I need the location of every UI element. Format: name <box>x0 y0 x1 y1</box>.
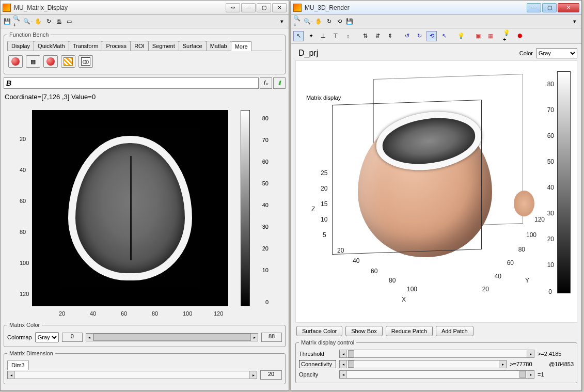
nav-icon[interactable]: ↖ <box>439 31 449 41</box>
tab-more[interactable]: More <box>231 41 252 51</box>
y-tick: 80 <box>518 246 525 253</box>
titlebar-left[interactable]: MU_Matrix_Display ⇔ — ▢ ✕ <box>1 1 289 15</box>
sphere-button[interactable] <box>8 55 23 68</box>
plot-3d[interactable]: Matrix display 25 20 15 10 5 Z 20 40 60 … <box>295 60 577 323</box>
matrix-dimension-legend: Matrix Dimension <box>7 350 55 356</box>
tab-segment[interactable]: Segment <box>148 41 179 51</box>
save-icon[interactable]: 💾 <box>3 17 12 26</box>
film-reel-icon <box>81 57 90 66</box>
opacity-scrollbar[interactable]: ◂ ▸ <box>339 370 534 379</box>
axis-tool-icon[interactable]: ⊥ <box>318 31 328 41</box>
maximize-button[interactable]: ▢ <box>542 3 557 12</box>
reel-button[interactable] <box>78 55 93 68</box>
slice-image[interactable] <box>32 110 228 306</box>
y-tick: 20 <box>482 286 489 293</box>
cb3-tick: 10 <box>547 261 554 269</box>
pan-icon[interactable]: ✋ <box>34 17 43 26</box>
undock-button[interactable]: ⇔ <box>226 3 240 12</box>
menu-arrow-icon[interactable]: ▾ <box>570 17 579 26</box>
titlebar-right[interactable]: MU_3D_Render — ▢ ✕ <box>291 1 581 15</box>
menu-arrow-icon[interactable]: ▾ <box>277 17 287 26</box>
zoom-out-icon[interactable]: 🔍- <box>23 17 33 26</box>
scroll-right-icon[interactable]: ▸ <box>499 360 506 368</box>
download-button[interactable]: ⬇ <box>273 77 286 89</box>
connectivity-label[interactable]: Connectivity <box>299 360 336 368</box>
dimension-scrollbar[interactable]: ◂ ▸ <box>7 371 257 379</box>
tab-transform[interactable]: Transform <box>69 41 103 51</box>
slice-plot[interactable]: 20 40 60 80 100 120 80 70 60 50 40 30 20… <box>7 105 271 322</box>
add-patch-button[interactable]: Add Patch <box>436 326 473 336</box>
scroll-left-icon[interactable]: ◂ <box>340 360 347 368</box>
dim3-tab[interactable]: Dim3 <box>7 360 29 370</box>
color-range-scrollbar[interactable]: ◂ ▸ <box>86 333 258 341</box>
reset-view-icon[interactable]: ⟲ <box>335 17 344 26</box>
zoom-in-icon[interactable]: 🔍+ <box>13 17 22 26</box>
stripes-button[interactable] <box>61 55 75 68</box>
sphere-target-button[interactable] <box>43 55 58 68</box>
formula-input[interactable] <box>4 77 259 89</box>
rotate-icon[interactable]: ↻ <box>44 17 53 26</box>
print-icon[interactable]: 🖶 <box>54 17 64 26</box>
tab-process[interactable]: Process <box>102 41 131 51</box>
cb3-tick: 0 <box>548 288 552 295</box>
tab-surface[interactable]: Surface <box>179 41 207 51</box>
y-axis-label: Y <box>525 277 529 284</box>
rotate-cw-icon[interactable]: ↻ <box>414 31 424 41</box>
scroll-right-icon[interactable]: ▸ <box>250 334 258 341</box>
scroll-left-icon[interactable]: ◂ <box>8 371 15 379</box>
tab-roi[interactable]: ROI <box>130 41 149 51</box>
cb3-tick: 40 <box>547 184 554 191</box>
y-tick: 20 <box>20 136 26 142</box>
scroll-right-icon[interactable]: ▸ <box>249 371 257 379</box>
screenshot-icon[interactable]: ▣ <box>473 31 483 41</box>
color-select[interactable]: Gray <box>536 48 577 58</box>
colormap-select[interactable]: Gray <box>35 332 59 342</box>
maximize-button[interactable]: ▢ <box>257 3 271 12</box>
minimize-button[interactable]: — <box>241 3 256 12</box>
scroll-left-icon[interactable]: ◂ <box>340 350 347 357</box>
scroll-right-icon[interactable]: ▸ <box>527 350 534 357</box>
reduce-patch-button[interactable]: Reduce Patch <box>386 326 433 336</box>
rotate-box-icon[interactable]: ⟲ <box>427 31 437 41</box>
close-button[interactable]: ✕ <box>272 3 287 12</box>
threshold-scrollbar[interactable]: ◂ ▸ <box>339 350 534 358</box>
fx-button[interactable]: fₓ <box>260 77 272 89</box>
axis3-tool-icon[interactable]: ↕ <box>343 31 353 41</box>
color-min-field[interactable]: 0 <box>62 333 83 342</box>
bulb-icon[interactable]: 💡 <box>456 31 466 41</box>
add-light-icon[interactable]: 💡+ <box>502 31 513 41</box>
copy-icon[interactable]: ▦ <box>485 31 496 41</box>
surface-color-button[interactable]: Surface Color <box>296 326 342 336</box>
render-3d-window: MU_3D_Render — ▢ ✕ 🔍+ 🔍- ✋ ↻ ⟲ 💾 ▾ ↖ ✦ ⊥… <box>291 0 582 391</box>
scroll-right-icon[interactable]: ▸ <box>527 371 534 378</box>
rotate-ccw-icon[interactable]: ↺ <box>402 31 412 41</box>
cursor-tool-icon[interactable]: ↖ <box>293 31 304 41</box>
scroll-left-icon[interactable]: ◂ <box>340 371 347 378</box>
opacity-label: Opacity <box>299 371 336 378</box>
light-tool-icon[interactable]: ✦ <box>306 31 316 41</box>
z-axis-label: Z <box>311 206 315 213</box>
grid-button[interactable]: ▦ <box>26 55 40 68</box>
pan-icon[interactable]: ✋ <box>314 17 323 26</box>
show-box-button[interactable]: Show Box <box>345 326 383 336</box>
minimize-button[interactable]: — <box>527 3 541 12</box>
axis2-tool-icon[interactable]: ⊤ <box>330 31 341 41</box>
connectivity-scrollbar[interactable]: ◂ ▸ <box>339 360 507 368</box>
axis6-tool-icon[interactable]: ⇕ <box>385 31 395 41</box>
axis4-tool-icon[interactable]: ⇅ <box>360 31 370 41</box>
zoom-out-icon[interactable]: 🔍- <box>304 17 313 26</box>
color-max-field[interactable]: 88 <box>261 333 282 342</box>
window-icon[interactable]: ▭ <box>65 17 74 26</box>
tab-quickmath[interactable]: QuickMath <box>34 41 69 51</box>
save-icon[interactable]: 💾 <box>345 17 354 26</box>
close-button[interactable]: ✕ <box>558 3 579 12</box>
zoom-in-icon[interactable]: 🔍+ <box>293 17 303 26</box>
dim-value-field[interactable]: 20 <box>260 370 282 380</box>
stop-icon[interactable]: ⬢ <box>515 31 525 41</box>
axis5-tool-icon[interactable]: ⇵ <box>372 31 383 41</box>
tab-matlab[interactable]: Matlab <box>206 41 231 51</box>
rotate-icon[interactable]: ↻ <box>324 17 334 26</box>
scroll-left-icon[interactable]: ◂ <box>86 334 93 341</box>
tab-display[interactable]: Display <box>7 41 34 51</box>
matlab-icon <box>293 4 302 12</box>
